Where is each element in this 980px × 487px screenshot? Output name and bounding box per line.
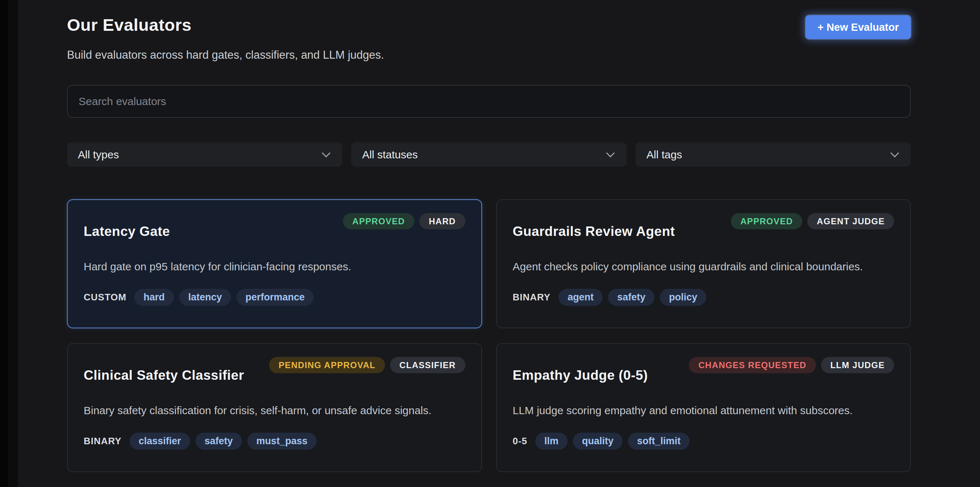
- filter-statuses-dropdown[interactable]: All statuses: [351, 142, 627, 167]
- scale-label: CUSTOM: [84, 292, 126, 303]
- card-header: Clinical Safety Classifier PENDING APPRO…: [84, 357, 465, 383]
- card-header: Latency Gate APPROVED HARD: [84, 213, 465, 239]
- filter-types-dropdown[interactable]: All types: [67, 142, 342, 167]
- tag-pill: policy: [660, 289, 706, 306]
- status-badge: CHANGES REQUESTED: [689, 357, 816, 373]
- card-description: Hard gate on p95 latency for clinician-f…: [84, 259, 465, 273]
- tag-pill: safety: [608, 289, 654, 306]
- chevron-down-icon: [321, 148, 330, 157]
- tag-pill: agent: [558, 289, 603, 306]
- card-description: Binary safety classification for crisis,…: [84, 403, 465, 417]
- status-badge: APPROVED: [731, 213, 802, 229]
- chevron-down-icon: [606, 148, 614, 157]
- evaluator-card[interactable]: Latency Gate APPROVED HARD Hard gate on …: [67, 199, 482, 328]
- evaluator-card[interactable]: Empathy Judge (0-5) CHANGES REQUESTED LL…: [496, 343, 911, 472]
- scale-label: 0-5: [513, 436, 528, 447]
- evaluator-card[interactable]: Guardrails Review Agent APPROVED AGENT J…: [496, 199, 911, 328]
- new-evaluator-button[interactable]: + New Evaluator: [805, 15, 911, 39]
- tag-pill: must_pass: [247, 433, 317, 450]
- filter-tags-dropdown[interactable]: All tags: [636, 142, 911, 167]
- tag-pill: hard: [134, 289, 174, 306]
- badge-group: APPROVED HARD: [343, 213, 465, 229]
- tag-list: hardlatencyperformance: [134, 289, 313, 306]
- filter-row: All types All statuses All tags: [67, 142, 911, 167]
- tag-pill: performance: [237, 289, 314, 306]
- badge-group: PENDING APPROVAL CLASSIFIER: [269, 357, 465, 373]
- window-edge-inner: [8, 0, 18, 487]
- card-description: LLM judge scoring empathy and emotional …: [513, 403, 894, 417]
- tag-pill: quality: [573, 433, 622, 450]
- filter-tags-label: All tags: [646, 148, 682, 161]
- card-title: Empathy Judge (0-5): [513, 368, 648, 383]
- page-header: Our Evaluators + New Evaluator: [67, 0, 911, 39]
- page-subtitle: Build evaluators across hard gates, clas…: [67, 49, 911, 62]
- evaluators-page: Our Evaluators + New Evaluator Build eva…: [67, 0, 911, 472]
- card-title: Clinical Safety Classifier: [84, 368, 244, 383]
- filter-statuses-label: All statuses: [362, 148, 418, 161]
- evaluator-grid: Latency Gate APPROVED HARD Hard gate on …: [67, 199, 911, 472]
- window-edge-outer: [0, 0, 8, 487]
- tag-pill: latency: [179, 289, 231, 306]
- page-title: Our Evaluators: [67, 15, 192, 35]
- tag-list: agentsafetypolicy: [558, 289, 706, 306]
- tag-pill: safety: [196, 433, 242, 450]
- status-badge: PENDING APPROVAL: [269, 357, 385, 373]
- card-title: Guardrails Review Agent: [513, 224, 675, 239]
- type-badge: LLM JUDGE: [821, 357, 894, 373]
- card-title: Latency Gate: [84, 224, 170, 239]
- tag-pill: soft_limit: [628, 433, 690, 450]
- card-footer: BINARY classifiersafetymust_pass: [84, 433, 465, 450]
- card-header: Empathy Judge (0-5) CHANGES REQUESTED LL…: [513, 357, 894, 383]
- badge-group: CHANGES REQUESTED LLM JUDGE: [689, 357, 894, 373]
- badge-group: APPROVED AGENT JUDGE: [731, 213, 894, 229]
- type-badge: AGENT JUDGE: [807, 213, 894, 229]
- tag-list: classifiersafetymust_pass: [130, 433, 317, 450]
- filter-types-label: All types: [78, 148, 119, 161]
- card-footer: 0-5 llmqualitysoft_limit: [513, 433, 894, 450]
- scale-label: BINARY: [84, 436, 122, 447]
- scale-label: BINARY: [513, 292, 551, 303]
- type-badge: HARD: [419, 213, 465, 229]
- evaluator-card[interactable]: Clinical Safety Classifier PENDING APPRO…: [67, 343, 482, 472]
- status-badge: APPROVED: [343, 213, 414, 229]
- search-input[interactable]: [67, 85, 911, 118]
- tag-pill: classifier: [130, 433, 190, 450]
- type-badge: CLASSIFIER: [390, 357, 465, 373]
- tag-list: llmqualitysoft_limit: [535, 433, 690, 450]
- card-footer: CUSTOM hardlatencyperformance: [84, 289, 465, 306]
- card-header: Guardrails Review Agent APPROVED AGENT J…: [513, 213, 894, 239]
- tag-pill: llm: [535, 433, 568, 450]
- chevron-down-icon: [890, 148, 899, 157]
- card-description: Agent checks policy compliance using gua…: [513, 259, 894, 273]
- card-footer: BINARY agentsafetypolicy: [513, 289, 894, 306]
